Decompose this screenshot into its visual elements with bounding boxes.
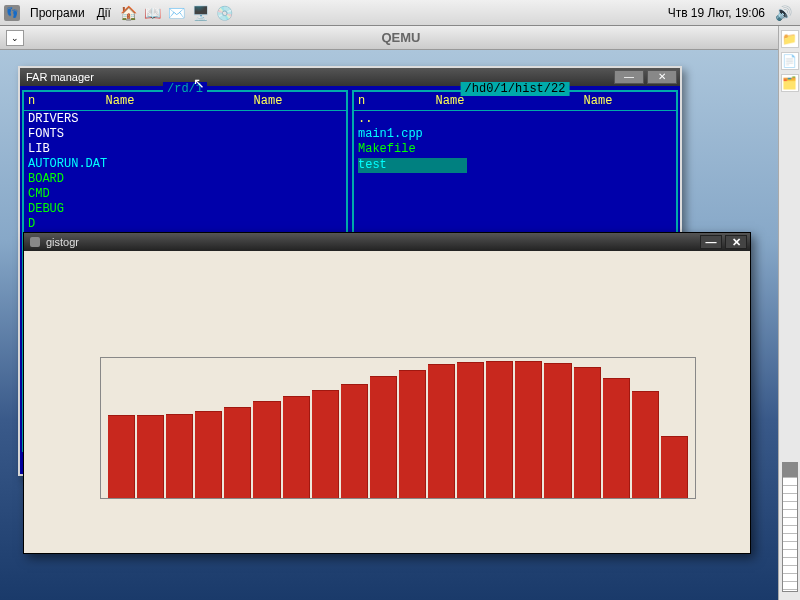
gistogr-window: gistogr — ✕ (23, 232, 751, 554)
gistogr-titlebar[interactable]: gistogr — ✕ (24, 233, 750, 251)
gnome-foot-icon[interactable]: 👣 (4, 5, 20, 21)
histogram-bar (370, 376, 397, 498)
histogram-bar (341, 384, 368, 498)
list-item[interactable]: AUTORUN.DAT (28, 157, 342, 172)
histogram-bar (195, 411, 222, 498)
list-item[interactable]: .. (358, 112, 672, 127)
right-panel: 📁 📄 🗂️ (778, 26, 800, 600)
gistogr-close-button[interactable]: ✕ (725, 235, 747, 249)
document-icon[interactable]: 📄 (781, 52, 799, 70)
cardfile-icon[interactable]: 🗂️ (781, 74, 799, 92)
histogram-bar (312, 390, 339, 498)
histogram-bar (574, 367, 601, 498)
folder-icon[interactable]: 📁 (781, 30, 799, 48)
far-minimize-button[interactable]: — (614, 70, 644, 84)
list-item[interactable]: DRIVERS (28, 112, 342, 127)
histogram-bar (457, 362, 484, 498)
list-item[interactable]: BOARD (28, 172, 342, 187)
histogram-chart (100, 357, 696, 499)
histogram-bar (224, 407, 251, 498)
histogram-bar (428, 364, 455, 498)
mouse-cursor-icon: ↖ (193, 75, 205, 91)
histogram-bar (399, 370, 426, 498)
histogram-bar (253, 401, 280, 498)
histogram-bar (661, 436, 688, 498)
histogram-bar (486, 361, 513, 498)
gistogr-title: gistogr (46, 236, 79, 248)
qemu-title: QEMU (24, 30, 778, 45)
qemu-titlebar: ⌄ QEMU (0, 26, 778, 50)
list-item[interactable]: Makefile (358, 142, 672, 157)
mail-icon[interactable]: ✉️ (166, 2, 188, 24)
list-item[interactable]: test (358, 158, 467, 173)
far-titlebar[interactable]: FAR manager — ✕ (20, 68, 680, 86)
disc-icon[interactable]: 💿 (214, 2, 236, 24)
monitor-icon[interactable]: 🖥️ (190, 2, 212, 24)
qemu-menu-button[interactable]: ⌄ (6, 30, 24, 46)
gistogr-icon (30, 237, 40, 247)
clock[interactable]: Чтв 19 Лют, 19:06 (662, 6, 771, 20)
right-file-list[interactable]: ..main1.cppMakefiletest (354, 111, 676, 174)
help-icon[interactable]: 📖 (142, 2, 164, 24)
volume-icon[interactable]: 🔊 (775, 5, 792, 21)
home-icon[interactable]: 🏠 (118, 2, 140, 24)
list-item[interactable]: main1.cpp (358, 127, 672, 142)
histogram-bar (515, 361, 542, 498)
histogram-bar (632, 391, 659, 498)
histogram-bar (544, 363, 571, 498)
histogram-bar (108, 415, 135, 498)
right-panel-path: /hd0/1/hist/22 (461, 82, 570, 96)
histogram-bar (283, 396, 310, 498)
far-title: FAR manager (26, 71, 94, 83)
menu-programs[interactable]: Програми (24, 6, 91, 20)
workspace-switcher[interactable] (782, 462, 798, 592)
menu-actions[interactable]: Дії (91, 6, 117, 20)
list-item[interactable]: CMD (28, 187, 342, 202)
list-item[interactable]: D (28, 217, 342, 232)
histogram-bar (137, 415, 164, 498)
histogram-bar (603, 378, 630, 498)
list-item[interactable]: FONTS (28, 127, 342, 142)
taskbar: 👣 Програми Дії 🏠 📖 ✉️ 🖥️ 💿 Чтв 19 Лют, 1… (0, 0, 800, 26)
gistogr-minimize-button[interactable]: — (700, 235, 722, 249)
far-close-button[interactable]: ✕ (647, 70, 677, 84)
list-item[interactable]: LIB (28, 142, 342, 157)
histogram-bar (166, 414, 193, 498)
list-item[interactable]: DEBUG (28, 202, 342, 217)
